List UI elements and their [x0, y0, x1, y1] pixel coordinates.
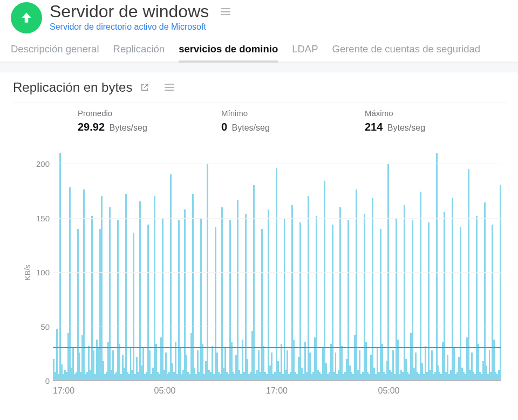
page-title: Servidor de windows	[50, 2, 209, 21]
popout-icon[interactable]	[140, 83, 149, 92]
chart-gridline	[53, 164, 501, 164]
stat-avg-unit: Bytes/seg	[110, 123, 147, 132]
chart-bar	[109, 207, 111, 381]
chart-y-tick: 100	[31, 268, 50, 277]
page-menu-icon[interactable]	[217, 5, 234, 19]
chart-x-tick: 17:00	[53, 386, 74, 396]
chart-x-tick: 17:00	[266, 386, 288, 396]
stat-avg-value: 29.92	[78, 121, 105, 133]
section-divider	[0, 63, 518, 72]
chart-bar	[404, 205, 405, 381]
chart-avg-line	[53, 347, 501, 348]
chart-bar	[276, 168, 277, 381]
chart-bar	[125, 194, 127, 381]
chart-x-tick: 05:00	[378, 386, 399, 396]
stat-min-value: 0	[221, 121, 227, 133]
chart-bar	[299, 222, 301, 381]
replication-bytes-card: Replicación en bytes Promedio 29.92 Byte…	[0, 72, 518, 397]
stat-min: Mínimo 0 Bytes/seg	[221, 109, 365, 133]
chart-bar	[245, 214, 247, 381]
page-subtitle-link[interactable]: Servidor de directorio activo de Microso…	[50, 22, 234, 32]
stat-max-value: 214	[365, 121, 383, 133]
chart-bar	[412, 220, 413, 381]
card-menu-icon[interactable]	[161, 80, 178, 94]
chart-gridline	[53, 218, 501, 219]
page-header: Servidor de windows Servidor de director…	[0, 0, 518, 33]
chart-bar	[170, 174, 172, 381]
tab-replication[interactable]: Replicación	[113, 43, 165, 62]
status-up-icon	[11, 2, 42, 33]
chart-bar	[253, 185, 255, 381]
chart-bar	[221, 207, 223, 381]
chart-bar	[56, 329, 58, 381]
chart-bar	[133, 233, 134, 381]
chart-bar	[500, 185, 501, 381]
chart-bar	[237, 200, 238, 381]
tab-overview[interactable]: Descripción general	[11, 43, 99, 62]
chart-plot-area: 050100150200	[53, 148, 501, 381]
stat-min-label: Mínimo	[221, 109, 365, 118]
card-title: Replicación en bytes	[13, 80, 132, 95]
chart-bar	[192, 194, 194, 381]
chart-gridline	[53, 381, 501, 381]
stat-min-unit: Bytes/seg	[232, 123, 270, 132]
stat-max: Máximo 214 Bytes/seg	[365, 109, 508, 133]
chart-x-ticks: 17:0005:0017:0005:00	[53, 384, 501, 397]
chart-bar	[324, 181, 325, 381]
chart-bar	[101, 196, 103, 381]
chart-bar	[468, 169, 469, 381]
chart-bar	[428, 222, 430, 381]
chart-bar	[372, 198, 373, 381]
chart-y-tick: 0	[31, 376, 50, 385]
stat-max-label: Máximo	[365, 109, 508, 118]
chart-bar	[316, 216, 317, 381]
stat-avg-label: Promedio	[78, 109, 221, 118]
chart-bar	[347, 220, 349, 381]
tab-ldap[interactable]: LDAP	[292, 43, 318, 62]
chart: KB/s 050100150200 17:0005:0017:0005:00	[23, 148, 503, 397]
tab-bar: Descripción general Replicación servicio…	[0, 33, 518, 63]
chart-bar	[69, 187, 71, 381]
chart-y-tick: 150	[31, 213, 50, 222]
stat-avg: Promedio 29.92 Bytes/seg	[78, 109, 221, 133]
stats-row: Promedio 29.92 Bytes/seg Mínimo 0 Bytes/…	[13, 103, 508, 136]
chart-bar	[162, 218, 163, 381]
chart-bar	[332, 225, 333, 381]
chart-bar	[59, 153, 61, 381]
tab-security-accounts[interactable]: Gerente de cuentas de seguridad	[332, 43, 481, 62]
chart-gridline	[53, 272, 501, 273]
chart-bar	[268, 209, 269, 381]
y-axis-title: KB/s	[23, 265, 32, 281]
chart-bar	[484, 202, 486, 381]
chart-gridline	[53, 327, 501, 327]
chart-bar	[420, 192, 421, 381]
chart-bar	[139, 201, 141, 381]
tab-domain-services[interactable]: servicios de dominio	[179, 43, 278, 62]
chart-x-tick: 05:00	[154, 386, 175, 396]
chart-bar	[284, 218, 285, 381]
chart-bar	[436, 153, 438, 381]
chart-bar	[444, 212, 445, 381]
stat-max-unit: Bytes/seg	[387, 123, 425, 132]
chart-y-tick: 200	[31, 159, 50, 168]
chart-bar	[460, 227, 461, 381]
chart-y-tick: 50	[31, 322, 50, 331]
